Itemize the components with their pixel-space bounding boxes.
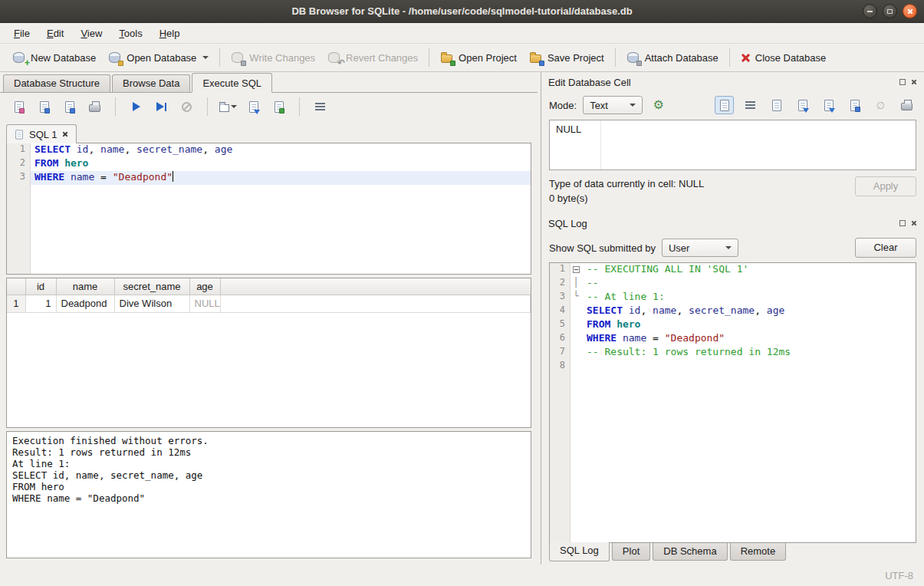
open-database-icon (108, 51, 122, 64)
fold-marker: │ (570, 277, 582, 291)
open-sql-file-button[interactable] (9, 97, 28, 116)
open-database-button[interactable]: Open Database (102, 48, 215, 68)
print-sql-button[interactable] (85, 97, 104, 116)
results-grid[interactable]: idnamesecret_nameage 11DeadpondDive Wils… (6, 278, 531, 428)
menu-help[interactable]: Help (152, 25, 188, 42)
fold-marker (570, 332, 582, 346)
close-icon (907, 8, 913, 15)
clear-log-button[interactable]: Clear (855, 238, 916, 258)
import-file-icon (249, 101, 258, 113)
export-cell-data-button[interactable] (819, 96, 838, 114)
tab-browse-data[interactable]: Browse Data (112, 74, 190, 92)
write-changes-icon (231, 51, 245, 64)
edit-cell-dock-header: Edit Database Cell (541, 72, 924, 92)
open-database-dropdown-icon[interactable] (202, 56, 209, 59)
tab-database-structure[interactable]: Database Structure (3, 74, 110, 92)
fold-marker[interactable] (570, 263, 582, 277)
log-filter-label: Show SQL submitted by (549, 242, 656, 254)
code-line: 6WHERE name = "Deadpond" (550, 332, 916, 346)
table-cell[interactable]: 1 (25, 295, 56, 312)
column-header-name[interactable]: name (56, 278, 114, 295)
new-database-button[interactable]: + New Database (6, 48, 102, 68)
dock-float-icon[interactable] (899, 220, 906, 226)
dock-float-icon[interactable] (899, 79, 906, 85)
title-bar: DB Browser for SQLite - /home/user/code/… (0, 0, 924, 23)
import-cell-data-button[interactable] (793, 96, 812, 114)
dock-tab-sql-log[interactable]: SQL Log (549, 542, 610, 561)
line-number: 3 (550, 291, 570, 305)
line-number: 2 (7, 157, 30, 171)
line-number: 5 (550, 318, 570, 332)
sql-document-tab[interactable]: SQL 1 (6, 124, 77, 143)
import-icon (798, 100, 807, 111)
window-title: DB Browser for SQLite - /home/user/code/… (0, 5, 924, 17)
execute-all-button[interactable] (127, 97, 146, 116)
print-cell-button[interactable] (897, 96, 916, 114)
close-tab-icon[interactable] (62, 131, 68, 137)
word-wrap-button[interactable] (311, 97, 330, 116)
cell-editor[interactable]: NULL (549, 120, 916, 170)
fold-marker (570, 318, 582, 332)
maximize-button[interactable] (883, 4, 897, 18)
mode-settings-button[interactable]: ⚙ (649, 96, 668, 114)
toolbar-separator (429, 48, 429, 67)
minimize-button[interactable] (863, 4, 877, 18)
dock-tab-plot[interactable]: Plot (612, 543, 650, 561)
row-number: 1 (7, 295, 25, 312)
stop-icon (182, 102, 192, 112)
toolbar-separator (207, 97, 208, 116)
dock-close-icon[interactable] (911, 220, 917, 226)
cell-word-wrap-button[interactable] (741, 96, 760, 114)
import-sql-button[interactable] (244, 97, 263, 116)
execution-message[interactable]: Execution finished without errors. Resul… (6, 431, 531, 558)
chevron-down-icon (725, 246, 732, 249)
menu-view[interactable]: View (73, 25, 110, 42)
dock-tab-remote[interactable]: Remote (730, 543, 787, 561)
tab-execute-sql[interactable]: Execute SQL (192, 73, 272, 93)
line-number: 6 (550, 332, 570, 346)
mode-select[interactable]: Text (583, 96, 643, 114)
column-header-id[interactable]: id (25, 278, 56, 295)
menu-file[interactable]: File (6, 25, 38, 42)
menu-tools[interactable]: Tools (111, 25, 150, 42)
copy-cell-button[interactable] (767, 96, 786, 114)
column-header-secret_name[interactable]: secret_name (114, 278, 189, 295)
write-changes-button: Write Changes (225, 48, 321, 68)
sql-editor[interactable]: 1SELECT id, name, secret_name, age2FROM … (6, 143, 531, 275)
open-new-tab-button[interactable] (219, 97, 238, 116)
table-cell[interactable]: Dive Wilson (114, 295, 189, 312)
column-header-age[interactable]: age (189, 278, 220, 295)
table-row[interactable]: 11DeadpondDive WilsonNULL (7, 295, 531, 312)
attach-database-button[interactable]: Attach Database (620, 48, 725, 68)
table-cell[interactable]: NULL (189, 295, 220, 312)
execute-current-line-button[interactable] (152, 97, 171, 116)
print-icon (89, 104, 100, 112)
copy-icon (772, 100, 781, 111)
save-cell-as-button[interactable] (845, 96, 864, 114)
dock-tab-bar: SQL Log Plot DB Schema Remote (541, 543, 924, 565)
close-button[interactable] (903, 4, 917, 18)
export-icon (824, 100, 834, 111)
dock-tab-db-schema[interactable]: DB Schema (653, 543, 727, 561)
menu-bar: File Edit View Tools Help (0, 23, 924, 44)
dock-close-icon[interactable] (911, 79, 917, 85)
fold-marker (570, 360, 582, 374)
save-project-button[interactable]: Save Project (523, 48, 610, 68)
save-sql-file-as-button[interactable] (60, 97, 79, 116)
log-filter-select[interactable]: User (662, 239, 738, 257)
toolbar-separator (219, 48, 220, 67)
cell-content: NULL (556, 123, 581, 135)
toolbar-separator (299, 97, 300, 116)
close-database-button[interactable]: Close Database (735, 48, 833, 67)
sql-log-view[interactable]: 1-- EXECUTING ALL IN 'SQL 1'2│--3└-- At … (549, 262, 916, 543)
new-tab-dropdown-icon (231, 105, 237, 108)
cell-info: Type of data currently in cell: NULL 0 b… (541, 175, 924, 213)
text-mode-button[interactable] (715, 96, 734, 114)
sql-document-tab-bar: SQL 1 (0, 120, 538, 143)
revert-changes-icon: ↶ (327, 51, 341, 64)
save-sql-file-button[interactable] (35, 97, 54, 116)
menu-edit[interactable]: Edit (39, 25, 71, 42)
table-cell[interactable]: Deadpond (56, 295, 114, 312)
open-project-button[interactable]: Open Project (434, 48, 523, 68)
export-sql-button[interactable] (269, 97, 288, 116)
